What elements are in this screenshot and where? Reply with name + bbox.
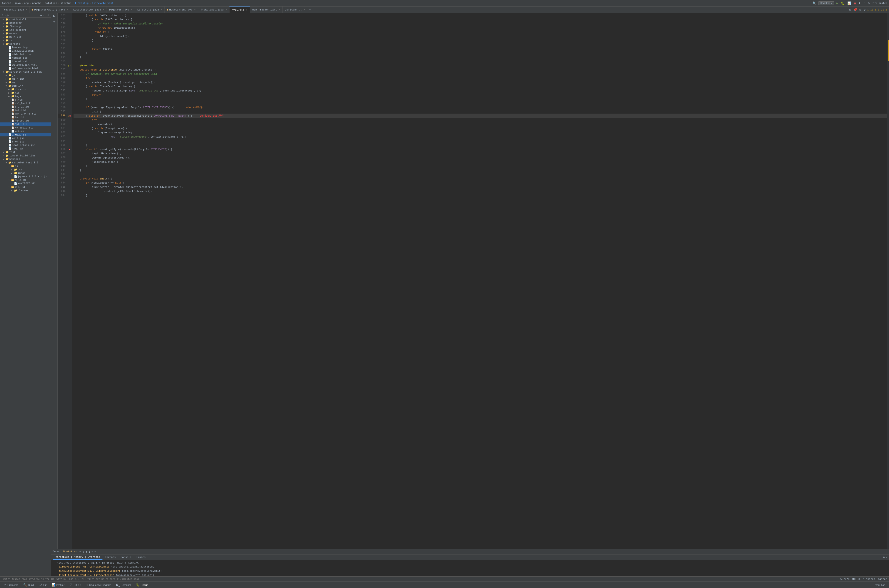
- tab-jarscann[interactable]: JarScann... ×: [283, 6, 308, 13]
- sidebar-item-findbugs[interactable]: ▶ 📁 findbugs: [0, 25, 51, 28]
- debug-btn[interactable]: 🐛 Debug: [134, 583, 150, 587]
- tab-localresolver[interactable]: LocalResolver.java ×: [71, 6, 107, 13]
- stack-frame-1[interactable]: lifecycleEvent:466, ContextConfig (org.a…: [58, 565, 887, 569]
- debug-close-icon[interactable]: ×: [886, 556, 887, 559]
- sidebar-item-fmt[interactable]: 📋 fmt.tld: [0, 108, 51, 112]
- tab-localresolver-close[interactable]: ×: [103, 8, 104, 11]
- debug-tab-frames[interactable]: Frames: [134, 555, 148, 560]
- sidebar-item-classes2[interactable]: ▶ 📁 classes: [0, 189, 51, 192]
- tab-webfragment[interactable]: web-fragment.xml ×: [250, 6, 283, 13]
- tab-overflow-btn[interactable]: ▾: [308, 6, 312, 13]
- editor-scrollbar[interactable]: [887, 13, 889, 549]
- sidebar-settings-icon[interactable]: ⚙: [40, 14, 42, 17]
- sidebar-gear-icon[interactable]: ⚙: [48, 14, 49, 17]
- sidebar-item-meta-inf2[interactable]: ▶ 📁 META-INF: [0, 77, 51, 81]
- sidebar-item-indexjsp[interactable]: 📄 index.jsp: [0, 133, 51, 136]
- tab-tldconfig-close[interactable]: ×: [26, 8, 27, 11]
- debug-evaluate[interactable]: ≡: [91, 550, 93, 554]
- tab-lifecycle-close[interactable]: ×: [161, 8, 162, 11]
- tab-digesterfactory[interactable]: ● DigesterFactory.java ×: [30, 6, 71, 13]
- sidebar-item-servelet-bak[interactable]: ▼ 📂 servelet-test-1.0_bak: [0, 70, 51, 74]
- gutter-598[interactable]: ⚠●: [67, 114, 72, 118]
- sidebar-item-js[interactable]: ▶ 📁 js: [0, 74, 51, 77]
- more-icon[interactable]: ⚙: [863, 8, 866, 11]
- sidebar-item-confinstall[interactable]: ▶ 📁 confinstall: [0, 18, 51, 21]
- coverage-icon[interactable]: 📊: [847, 2, 852, 5]
- bc-catalina[interactable]: catalina: [45, 2, 57, 4]
- sidebar-item-meta-inf[interactable]: ▶ 📁 META-INF: [0, 35, 51, 39]
- debug-more[interactable]: ⋯: [94, 550, 96, 554]
- sidebar-item-lib[interactable]: ▶ 📁 lib: [0, 91, 51, 94]
- breakpoint-606[interactable]: ●: [69, 148, 70, 151]
- bc-java[interactable]: java: [14, 2, 21, 4]
- tab-tldconfig[interactable]: TldConfig.java ×: [0, 6, 30, 13]
- sidebar-item-tomcat-ico[interactable]: 📄 tomcat.ico: [0, 56, 51, 60]
- tab-hostconfig[interactable]: ● HostConfig.java ×: [165, 6, 198, 13]
- bc-org[interactable]: org: [24, 2, 29, 4]
- sidebar-more-icon[interactable]: ▾: [45, 14, 47, 17]
- git-update-icon[interactable]: ⬇: [858, 2, 861, 5]
- sidebar-item-rat[interactable]: ▶ 📁 rat: [0, 39, 51, 42]
- debug-tab-variables[interactable]: Variables | Memory | Overhead: [53, 555, 103, 560]
- run-icon[interactable]: ▶: [836, 2, 839, 5]
- event-log-btn[interactable]: Event Log: [872, 583, 887, 587]
- stack-frame-3[interactable]: firelifecycleEvent:95, LifecycleBase (or…: [58, 573, 887, 576]
- debug-run-cursor[interactable]: ⤵: [88, 550, 90, 554]
- sidebar-collapse-icon[interactable]: ≡: [43, 14, 44, 17]
- tab-hostconfig-close[interactable]: ×: [194, 8, 196, 11]
- sidebar-item-webinf[interactable]: ▼ 📂 WEB-INF: [0, 84, 51, 87]
- bc-tldconfig[interactable]: TldConfig: [75, 2, 88, 4]
- gutter-586[interactable]: @⚠: [67, 63, 72, 68]
- stack-frame-2[interactable]: fireLifecycleEvent:117, LifecycleSupport…: [58, 569, 887, 573]
- sidebar-item-classes[interactable]: ▶ 📁 classes: [0, 87, 51, 91]
- tab-myel-close[interactable]: ×: [246, 9, 247, 11]
- terminal-btn[interactable]: ▶_ Terminal: [114, 583, 133, 587]
- debug-step-into[interactable]: ↓: [82, 550, 84, 554]
- problems-btn[interactable]: ⚠ Problems: [2, 583, 20, 587]
- git-btn[interactable]: ⎇ Git: [37, 583, 48, 587]
- sidebar-item-css[interactable]: ▶ 📁 css: [0, 168, 51, 171]
- sidebar-item-myel[interactable]: 📋 MyEL.tld: [0, 123, 51, 126]
- tab-jarscann-close[interactable]: ×: [304, 8, 305, 11]
- tab-myel[interactable]: MyEL.tld ×: [229, 6, 250, 13]
- code-col[interactable]: } catch (SAXException e) { } catch (SAXE…: [72, 13, 887, 549]
- tab-webfragment-close[interactable]: ×: [279, 8, 280, 11]
- debug-settings-icon[interactable]: ⚙: [883, 556, 885, 559]
- bc-apache[interactable]: apache: [32, 2, 41, 4]
- debug-breakpoints-icon[interactable]: ⊙: [53, 20, 55, 23]
- sidebar-item-c10rt[interactable]: 📋 c-1_0-rt.tld: [0, 102, 51, 105]
- sidebar-item-welcome-main[interactable]: 📄 welcome.main.html: [0, 67, 51, 70]
- sidebar-item-image[interactable]: ▶ 📁 image: [0, 171, 51, 175]
- bc-tomcat[interactable]: tomcat: [2, 2, 11, 4]
- sidebar-item-fn[interactable]: 📋 fn.tld: [0, 116, 51, 119]
- debug-tab-console[interactable]: Console: [118, 555, 134, 560]
- sidebar-item-tomcat-nsi[interactable]: 📄 tomcat.nsi: [0, 60, 51, 63]
- sidebar-item-c-tld[interactable]: 📋 c.tld: [0, 98, 51, 102]
- split-icon[interactable]: ⊟: [859, 8, 862, 11]
- bc-lifecycle[interactable]: lifecycleEvent: [92, 2, 114, 4]
- sidebar-item-ide-support[interactable]: ▶ 📁 ide-support: [0, 28, 51, 32]
- sidebar-item-test[interactable]: ▶ 📁 test: [0, 150, 51, 154]
- debug-step-icon[interactable]: ▶: [53, 14, 55, 18]
- debug-config-btn[interactable]: Bootstrap: [63, 550, 77, 553]
- sidebar-item-mytaglib[interactable]: 📋 MyTaglib.tld: [0, 126, 51, 129]
- sidebar-item-deployer[interactable]: ▶ 📁 deployer: [0, 21, 51, 25]
- sidebar-item-tags[interactable]: ▶ 📁 tags: [0, 94, 51, 98]
- gutter-606[interactable]: ●: [67, 147, 72, 151]
- sidebar-item-manifest[interactable]: 📄 MANIFEST.MF: [0, 182, 51, 185]
- tab-tldruleset-close[interactable]: ×: [225, 8, 227, 11]
- sidebar-item-staticclass[interactable]: 📄 staticclass.jsp: [0, 143, 51, 147]
- sidebar-item-tomcat-build-libs[interactable]: ▶ 📁 tomcat-build-libs: [0, 154, 51, 158]
- sidebar-item-webinf2[interactable]: ▼ 📂 WEB-INF: [0, 185, 51, 189]
- sidebar-item-jquery[interactable]: 📄 jquery-3.6.0.min.js: [0, 175, 51, 178]
- sidebar-item-meta-inf3[interactable]: ▼ 📂 META-INF: [0, 178, 51, 182]
- sidebar-item-scripts[interactable]: ▼ 📂 scripts: [0, 42, 51, 46]
- run-config-btn[interactable]: Bootstrap ▾: [818, 2, 834, 5]
- bc-startup[interactable]: startup: [60, 2, 71, 4]
- debug-step-over[interactable]: ↷: [79, 550, 81, 554]
- sidebar-item-omitjsp[interactable]: 📄 omit.jsp: [0, 136, 51, 140]
- tab-digesterfactory-close[interactable]: ×: [67, 8, 68, 11]
- todo-btn[interactable]: ☑ TODO: [68, 583, 82, 587]
- sidebar-item-servelet10[interactable]: ▼ 📂 servelet-test-1.0: [0, 161, 51, 164]
- debug-step-out[interactable]: ↑: [85, 550, 87, 554]
